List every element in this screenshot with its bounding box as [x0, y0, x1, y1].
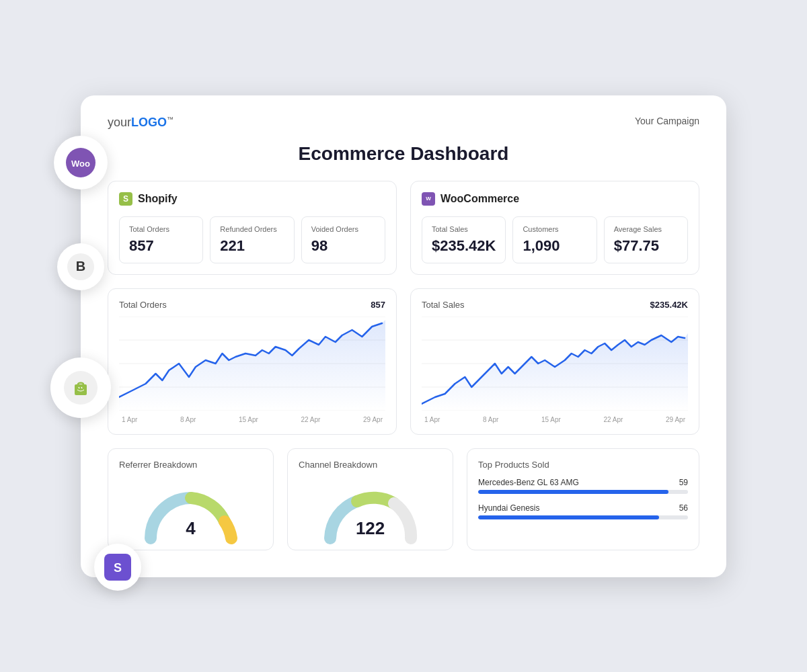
- dashboard: yourLOGO™ Your Campaign Ecommerce Dashbo…: [81, 95, 726, 577]
- svg-rect-15: [75, 384, 87, 395]
- bigcommerce-icon-float: B: [57, 243, 104, 290]
- shopify-title: Shopify: [138, 193, 178, 205]
- product-bar-bg: [478, 490, 688, 494]
- platform-stats-row: S Shopify Total Orders 857 Refunded Orde…: [108, 181, 699, 275]
- sales-chart-value: $235.42K: [650, 300, 688, 310]
- referrer-title: Referrer Breakdown: [119, 460, 262, 470]
- products-title: Top Products Sold: [478, 460, 688, 470]
- products-list: Mercedes-Benz GL 63 AMG 59 Hyundai Genes…: [478, 478, 688, 519]
- voided-orders-card: Voided Orders 98: [301, 216, 385, 263]
- product-name: Mercedes-Benz GL 63 AMG: [478, 478, 579, 487]
- product-bar-fill: [478, 490, 668, 494]
- product-bar-bg: [478, 515, 688, 519]
- shopify-icon-float: [50, 358, 111, 418]
- sales-x-labels: 1 Apr 8 Apr 15 Apr 22 Apr 29 Apr: [422, 416, 688, 423]
- bottom-row: Referrer Breakdown 4 Channel Breakdown: [108, 448, 699, 550]
- top-products-card: Top Products Sold Mercedes-Benz GL 63 AM…: [467, 448, 699, 550]
- total-orders-value: 857: [129, 237, 193, 255]
- woocommerce-stats: Total Sales $235.42K Customers 1,090 Ave…: [422, 216, 688, 263]
- shopify-icon: S: [119, 192, 132, 206]
- sales-line-chart: [422, 317, 688, 411]
- customers-value: 1,090: [523, 237, 586, 255]
- referrer-breakdown-card: Referrer Breakdown 4: [108, 448, 274, 550]
- orders-chart-header: Total Orders 857: [119, 300, 385, 310]
- total-orders-label: Total Orders: [129, 225, 193, 233]
- svg-text:S: S: [114, 561, 122, 575]
- product-header: Hyundai Genesis 56: [478, 503, 688, 513]
- customers-card: Customers 1,090: [512, 216, 597, 263]
- orders-chart-title: Total Orders: [119, 300, 167, 310]
- customers-label: Customers: [523, 225, 586, 233]
- shopify-stats: Total Orders 857 Refunded Orders 221 Voi…: [119, 216, 385, 263]
- woocommerce-section: W WooCommerce Total Sales $235.42K Custo…: [410, 181, 699, 275]
- shopify-header: S Shopify: [119, 192, 385, 206]
- product-value: 59: [679, 478, 688, 487]
- total-sales-label: Total Sales: [432, 225, 496, 233]
- referrer-value: 4: [186, 518, 195, 539]
- sales-chart-title: Total Sales: [422, 300, 465, 310]
- orders-chart-value: 857: [371, 300, 385, 310]
- woo-icon-float: Woo: [54, 136, 108, 190]
- referrer-donut: 4: [119, 478, 262, 539]
- total-sales-chart: Total Sales $235.42K: [410, 288, 699, 435]
- average-sales-card: Average Sales $77.75: [604, 216, 688, 263]
- channel-donut: 122: [299, 478, 442, 539]
- total-orders-chart: Total Orders 857: [108, 288, 397, 435]
- product-name: Hyundai Genesis: [478, 503, 539, 513]
- orders-x-labels: 1 Apr 8 Apr 15 Apr 22 Apr 29 Apr: [119, 416, 385, 423]
- logo: yourLOGO™: [108, 116, 174, 130]
- page-title: Ecommerce Dashboard: [108, 143, 699, 165]
- orders-chart-wrapper: [119, 317, 385, 413]
- svg-text:B: B: [76, 259, 85, 274]
- refunded-orders-card: Refunded Orders 221: [210, 216, 294, 263]
- svg-text:Woo: Woo: [71, 159, 90, 169]
- average-sales-value: $77.75: [614, 237, 678, 255]
- product-item: Hyundai Genesis 56: [478, 503, 688, 519]
- product-item: Mercedes-Benz GL 63 AMG 59: [478, 478, 688, 494]
- charts-row: Total Orders 857: [108, 288, 699, 435]
- voided-orders-label: Voided Orders: [311, 225, 375, 233]
- channel-breakdown-card: Channel Breakdown 122: [287, 448, 453, 550]
- shopify-section: S Shopify Total Orders 857 Refunded Orde…: [108, 181, 397, 275]
- woocommerce-header: W WooCommerce: [422, 192, 688, 206]
- sales-chart-header: Total Sales $235.42K: [422, 300, 688, 310]
- campaign-label: Your Campaign: [635, 116, 699, 126]
- channel-value: 122: [356, 518, 385, 539]
- orders-line-chart: [119, 317, 385, 411]
- voided-orders-value: 98: [311, 237, 375, 255]
- average-sales-label: Average Sales: [614, 225, 678, 233]
- product-header: Mercedes-Benz GL 63 AMG 59: [478, 478, 688, 487]
- refunded-orders-label: Refunded Orders: [220, 225, 284, 233]
- woocommerce-icon: W: [422, 192, 435, 206]
- squarespace-icon-float: S: [94, 544, 141, 591]
- total-orders-card: Total Orders 857: [119, 216, 203, 263]
- channel-title: Channel Breakdown: [299, 460, 442, 470]
- product-bar-fill: [478, 515, 659, 519]
- product-value: 56: [679, 503, 688, 513]
- total-sales-value: $235.42K: [432, 237, 496, 255]
- woocommerce-title: WooCommerce: [440, 193, 519, 205]
- refunded-orders-value: 221: [220, 237, 284, 255]
- header: yourLOGO™ Your Campaign: [108, 116, 699, 130]
- total-sales-card: Total Sales $235.42K: [422, 216, 506, 263]
- sales-chart-wrapper: [422, 317, 688, 413]
